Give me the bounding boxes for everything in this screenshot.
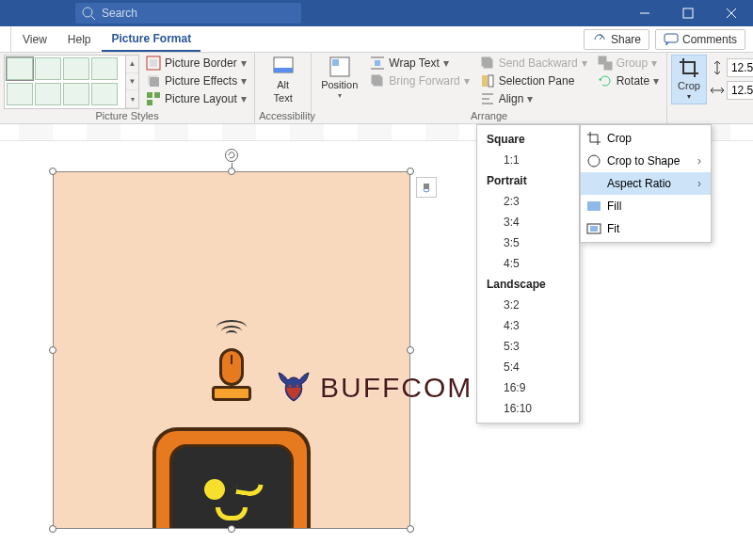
svg-rect-13: [147, 100, 152, 105]
resize-handle-l[interactable]: [49, 346, 56, 354]
alt-text-label-2: Text: [274, 92, 293, 104]
ratio-1-1[interactable]: 1:1: [477, 150, 579, 170]
crop-menu-fill-label: Fill: [607, 200, 621, 213]
watermark: BUFFCOM: [273, 367, 473, 408]
svg-rect-12: [154, 92, 160, 98]
ratio-header-landscape: Landscape: [477, 274, 579, 295]
close-button[interactable]: [710, 0, 753, 26]
height-input[interactable]: 12.57 cm: [727, 58, 753, 77]
crop-menu-fit[interactable]: Fit: [581, 217, 711, 240]
aspect-ratio-menu: Square 1:1 Portrait 2:3 3:4 3:5 4:5 Land…: [476, 124, 580, 424]
align-icon: [480, 91, 495, 106]
picture-effects-label: Picture Effects: [165, 74, 237, 88]
picture-layout-button[interactable]: Picture Layout▾: [142, 90, 250, 107]
crop-button[interactable]: Crop▾: [671, 55, 707, 104]
crop-shape-icon: [586, 153, 601, 168]
bring-forward-button[interactable]: Bring Forward▾: [366, 72, 473, 89]
ratio-5-3[interactable]: 5:3: [477, 336, 579, 357]
tab-picture-format[interactable]: Picture Format: [102, 26, 200, 52]
gallery-scroll[interactable]: ▲▼▾: [126, 55, 139, 109]
selection-pane-button[interactable]: Selection Pane: [476, 72, 591, 89]
tab-edge: [4, 26, 11, 52]
style-thumb[interactable]: [35, 57, 61, 80]
picture-border-button[interactable]: Picture Border▾: [142, 55, 250, 72]
svg-point-40: [296, 385, 299, 388]
ratio-2-3[interactable]: 2:3: [477, 191, 579, 212]
resize-handle-bl[interactable]: [49, 525, 56, 533]
send-backward-button[interactable]: Send Backward▾: [476, 55, 591, 72]
crop-menu-aspect-label: Aspect Ratio: [607, 177, 671, 190]
group-button[interactable]: Group▾: [594, 55, 663, 72]
layout-options-icon: [420, 181, 433, 194]
style-thumb[interactable]: [35, 83, 61, 105]
resize-handle-t[interactable]: [228, 168, 235, 175]
rotate-handle[interactable]: [225, 149, 238, 162]
minimize-button[interactable]: [623, 0, 666, 26]
search-box[interactable]: Search: [75, 3, 301, 24]
height-icon: [710, 60, 725, 75]
layout-options-button[interactable]: [416, 177, 437, 198]
width-input[interactable]: 12.57 cm: [727, 81, 753, 100]
position-button[interactable]: Position▾: [315, 55, 363, 103]
svg-rect-15: [274, 68, 293, 72]
crop-menu-shape[interactable]: Crop to Shape ›: [581, 150, 711, 172]
selected-picture[interactable]: [53, 171, 410, 529]
crop-menu-fill[interactable]: Fill: [581, 195, 711, 217]
group-icon: [598, 56, 613, 71]
search-icon: [81, 6, 96, 21]
resize-handle-r[interactable]: [407, 346, 414, 354]
maximize-button[interactable]: [666, 0, 710, 26]
align-button[interactable]: Align▾: [476, 90, 591, 107]
tab-view[interactable]: View: [13, 26, 56, 52]
share-icon: [592, 32, 607, 47]
border-icon: [146, 56, 161, 71]
crop-label: Crop: [678, 80, 700, 91]
chevron-right-icon: ›: [697, 177, 701, 190]
resize-handle-b[interactable]: [228, 525, 235, 533]
layout-icon: [146, 91, 161, 106]
alt-text-button[interactable]: Alt Text: [267, 55, 299, 105]
style-thumb[interactable]: [63, 83, 89, 105]
resize-handle-br[interactable]: [407, 525, 414, 533]
chevron-right-icon: ›: [697, 154, 701, 168]
picture-effects-button[interactable]: Picture Effects▾: [142, 72, 250, 89]
style-thumb[interactable]: [63, 57, 89, 80]
ratio-4-3[interactable]: 4:3: [477, 315, 579, 336]
effects-icon: [146, 73, 161, 88]
share-button[interactable]: Share: [584, 29, 649, 50]
comments-button[interactable]: Comments: [655, 29, 745, 50]
style-thumb[interactable]: [91, 57, 118, 80]
ratio-3-2[interactable]: 3:2: [477, 295, 579, 315]
style-thumb[interactable]: [7, 57, 33, 80]
group-picture-styles: ▲▼▾ Picture Border▾ Picture Effects▾ Pic…: [0, 53, 255, 123]
selection-pane-label: Selection Pane: [499, 74, 575, 88]
styles-gallery[interactable]: [4, 55, 126, 109]
selection-outline: [53, 171, 410, 529]
style-thumb[interactable]: [7, 83, 33, 105]
style-thumb[interactable]: [91, 83, 118, 105]
svg-rect-8: [150, 59, 157, 67]
resize-handle-tr[interactable]: [407, 168, 414, 175]
crop-menu-crop[interactable]: Crop: [581, 127, 711, 150]
svg-rect-24: [484, 59, 492, 68]
send-backward-label: Send Backward: [499, 56, 578, 70]
window-buttons: [623, 0, 753, 26]
svg-line-1: [91, 16, 95, 20]
ratio-4-5[interactable]: 4:5: [477, 253, 579, 274]
crop-menu-aspect[interactable]: Aspect Ratio ›: [581, 172, 711, 195]
ratio-5-4[interactable]: 5:4: [477, 357, 579, 377]
tab-help[interactable]: Help: [58, 26, 101, 52]
align-label: Align: [499, 92, 524, 105]
ratio-16-9[interactable]: 16:9: [477, 377, 579, 398]
group-label: Picture Styles: [4, 110, 250, 123]
fill-icon: [586, 199, 601, 214]
bring-forward-label: Bring Forward: [389, 74, 459, 88]
rotate-button[interactable]: Rotate▾: [594, 72, 663, 89]
crop-menu-crop-label: Crop: [607, 132, 632, 145]
svg-rect-25: [482, 75, 488, 87]
ratio-3-5[interactable]: 3:5: [477, 232, 579, 253]
ratio-3-4[interactable]: 3:4: [477, 212, 579, 232]
resize-handle-tl[interactable]: [49, 168, 56, 175]
ratio-16-10[interactable]: 16:10: [477, 398, 579, 419]
wrap-text-button[interactable]: Wrap Text▾: [366, 55, 473, 72]
